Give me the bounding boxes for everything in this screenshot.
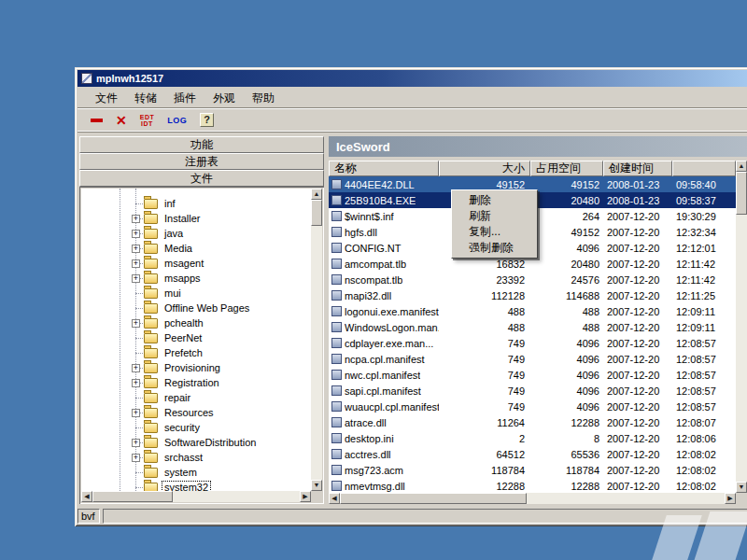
column-header-created[interactable]: 创建时间	[603, 161, 672, 176]
tree-item-softwaredistribution[interactable]: +SoftwareDistribution	[81, 435, 311, 450]
tree-scrollbar-horizontal[interactable]: ◀ ▶	[81, 491, 311, 502]
scroll-up-icon[interactable]: ▲	[311, 189, 322, 200]
file-row-acctres-dll[interactable]: acctres.dll64512655362007-12-2012:08:02	[329, 446, 736, 462]
tree-item-label: pchealth	[162, 316, 206, 329]
file-row-wuaucpl-cpl-manifest[interactable]: wuaucpl.cpl.manifest74940962007-12-2012:…	[329, 399, 736, 414]
registry-button[interactable]: 注册表	[79, 153, 324, 170]
expand-plus-icon[interactable]: +	[132, 274, 140, 283]
expand-plus-icon[interactable]: +	[132, 454, 140, 462]
tree-item-java[interactable]: +java	[81, 226, 311, 241]
scroll-up-icon[interactable]: ▲	[736, 161, 747, 172]
scroll-thumb[interactable]	[92, 491, 173, 502]
list-scrollbar-horizontal[interactable]: ◀ ▶	[329, 493, 736, 504]
expand-plus-icon[interactable]: +	[132, 409, 140, 417]
edt-idt-tool-icon[interactable]: EDT IDT	[140, 114, 155, 127]
tree-item-peernet[interactable]: PeerNet	[81, 330, 311, 345]
file-created-date: 2007-12-20	[603, 338, 672, 349]
menu-item-file[interactable]: 文件	[87, 89, 126, 108]
menu-item-dump[interactable]: 转储	[126, 89, 165, 108]
folder-icon	[144, 318, 158, 329]
log-tool-icon[interactable]: LOG	[167, 116, 187, 125]
file-row-windowslogon-man[interactable]: WindowsLogon.man...4884882007-12-2012:09…	[329, 319, 736, 335]
tree-item-srchasst[interactable]: +srchasst	[81, 450, 311, 465]
column-header-size[interactable]: 大小	[439, 161, 530, 176]
context-menu-item-force-delete[interactable]: 强制删除	[454, 240, 535, 256]
scroll-thumb[interactable]	[736, 172, 747, 215]
file-row-nscompat-tlb[interactable]: nscompat.tlb23392245762007-12-2012:11:42	[329, 272, 736, 287]
menu-item-help[interactable]: 帮助	[244, 89, 283, 108]
tree-item-security[interactable]: security	[81, 420, 311, 435]
tree-item-system[interactable]: system	[81, 465, 311, 480]
panel-title-label: IceSword	[336, 140, 390, 154]
tree-item-msapps[interactable]: +msapps	[81, 271, 311, 286]
titlebar[interactable]: mplnwh12517	[78, 70, 747, 87]
scroll-right-icon[interactable]: ▶	[300, 491, 311, 502]
scroll-left-icon[interactable]: ◀	[81, 491, 92, 502]
expand-plus-icon[interactable]: +	[132, 379, 140, 387]
file-row-sapi-cpl-manifest[interactable]: sapi.cpl.manifest74940962007-12-2012:08:…	[329, 383, 736, 399]
file-row-msg723-acm[interactable]: msg723.acm1187841187842007-12-2012:08:02	[329, 462, 736, 478]
scroll-thumb[interactable]	[311, 200, 322, 226]
file-name-cell: wuaucpl.cpl.manifest	[329, 401, 439, 413]
folder-icon	[144, 244, 158, 254]
tree-item-mui[interactable]: mui	[81, 286, 311, 301]
tree-item-prefetch[interactable]: Prefetch	[81, 345, 311, 360]
expand-plus-icon[interactable]: +	[132, 245, 140, 253]
file-row-atrace-dll[interactable]: atrace.dll11264122882007-12-2012:08:07	[329, 414, 736, 430]
tree-item-media[interactable]: +Media	[81, 241, 311, 256]
menu-item-plugin[interactable]: 插件	[165, 89, 204, 108]
tree-item-installer[interactable]: +Installer	[81, 211, 311, 226]
file-name-cell: 4404EE42.DLL	[329, 179, 439, 190]
list-scrollbar-vertical[interactable]: ▲ ▼	[736, 161, 747, 493]
tree-item-label: PeerNet	[162, 331, 204, 344]
scroll-right-icon[interactable]: ▶	[725, 493, 736, 504]
tree-item-pchealth[interactable]: +pchealth	[81, 315, 311, 330]
icesword-window: mplnwh12517 文件 转储 插件 外观 帮助 ✕ EDT IDT LOG…	[75, 67, 747, 526]
context-menu-item-copy[interactable]: 复制...	[454, 224, 535, 240]
tree-scrollbar-vertical[interactable]: ▲ ▼	[311, 189, 322, 491]
expand-plus-icon[interactable]: +	[132, 439, 140, 447]
minus-tool-icon[interactable]	[91, 119, 103, 122]
tree-item-repair[interactable]: repair	[81, 390, 311, 405]
expand-plus-icon[interactable]: +	[132, 259, 140, 268]
file-space-used: 4096	[530, 354, 603, 365]
tree-item-resources[interactable]: +Resources	[81, 405, 311, 420]
menu-item-appearance[interactable]: 外观	[204, 89, 244, 108]
expand-plus-icon[interactable]: +	[132, 230, 140, 238]
file-row-logonui-exe-manifest[interactable]: logonui.exe.manifest4884882007-12-2012:0…	[329, 303, 736, 319]
tree-item-offline-web-pages[interactable]: Offline Web Pages	[81, 301, 311, 315]
file-row-nmevtmsg-dll[interactable]: nmevtmsg.dll12288122882007-12-2012:08:02	[329, 478, 736, 494]
column-header-name[interactable]: 名称	[329, 161, 439, 176]
file-row-cdplayer-exe-man[interactable]: cdplayer.exe.man...74940962007-12-2012:0…	[329, 335, 736, 351]
file-row-ncpa-cpl-manifest[interactable]: ncpa.cpl.manifest74940962007-12-2012:08:…	[329, 351, 736, 367]
file-row-desktop-ini[interactable]: desktop.ini282007-12-2012:08:06	[329, 430, 736, 446]
help-tool-icon[interactable]: ?	[200, 113, 214, 127]
file-name-cell: msg723.acm	[329, 465, 439, 476]
functions-button[interactable]: 功能	[79, 136, 324, 153]
context-menu-item-refresh[interactable]: 刷新	[454, 208, 535, 224]
file-row-nwc-cpl-manifest[interactable]: nwc.cpl.manifest74940962007-12-2012:08:5…	[329, 367, 736, 383]
context-menu-item-delete[interactable]: 删除	[454, 192, 535, 208]
tree-item-system32[interactable]: system32	[81, 480, 311, 491]
folder-icon	[144, 378, 158, 388]
files-button[interactable]: 文件	[79, 170, 324, 187]
file-row-mapi32-dll[interactable]: mapi32.dll1121281146882007-12-2012:11:25	[329, 287, 736, 303]
tree-item-provisioning[interactable]: +Provisioning	[81, 360, 311, 375]
scroll-down-icon[interactable]: ▼	[311, 480, 322, 491]
delete-x-tool-icon[interactable]: ✕	[116, 114, 127, 127]
column-header-space[interactable]: 占用空间	[530, 161, 603, 176]
tree-item-msagent[interactable]: +msagent	[81, 256, 311, 271]
scroll-thumb[interactable]	[340, 493, 527, 504]
scroll-down-icon[interactable]: ▼	[736, 482, 747, 493]
file-size: 749	[439, 354, 530, 365]
scroll-left-icon[interactable]: ◀	[329, 493, 340, 504]
tree-item-inf[interactable]: inf	[81, 196, 311, 211]
expand-plus-icon[interactable]: +	[132, 319, 140, 328]
file-created-date: 2007-12-20	[603, 385, 672, 397]
file-name-cell: acctres.dll	[329, 449, 439, 460]
file-space-used: 24576	[530, 274, 603, 286]
expand-plus-icon[interactable]: +	[132, 364, 140, 372]
tree-item-registration[interactable]: +Registration	[81, 375, 311, 390]
file-name: nwc.cpl.manifest	[345, 370, 420, 381]
expand-plus-icon[interactable]: +	[132, 215, 140, 223]
